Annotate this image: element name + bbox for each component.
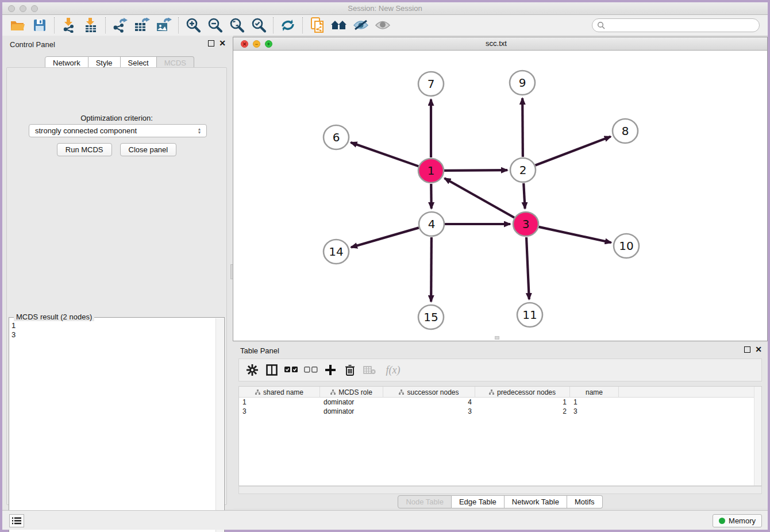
- column-header-predecessor-nodes[interactable]: predecessor nodes: [475, 387, 570, 398]
- table-cell[interactable]: dominator: [320, 398, 383, 407]
- table-vertical-scrollbar[interactable]: [754, 387, 761, 485]
- export-table-icon[interactable]: [132, 17, 152, 34]
- table-cell[interactable]: dominator: [320, 407, 383, 416]
- graph-node-14[interactable]: 14: [324, 240, 349, 264]
- table-settings-icon[interactable]: [244, 362, 261, 378]
- combo-stepper-icon: ▲▼: [195, 126, 204, 136]
- svg-text:9: 9: [519, 76, 526, 90]
- open-session-icon[interactable]: [8, 17, 28, 34]
- import-table-icon[interactable]: [81, 17, 101, 34]
- zoom-out-icon[interactable]: [205, 17, 225, 34]
- search-input[interactable]: [605, 21, 749, 30]
- optimization-criterion-value: strongly connected component: [35, 126, 137, 135]
- column-header-MCDS-role[interactable]: MCDS role: [320, 387, 383, 398]
- table-tab-node-table[interactable]: Node Table: [398, 495, 452, 508]
- select-all-columns-icon[interactable]: [283, 362, 300, 378]
- search-box[interactable]: [592, 18, 760, 32]
- create-column-icon[interactable]: [322, 362, 339, 378]
- edge-4-14[interactable]: [351, 228, 419, 247]
- edge-3-10[interactable]: [538, 227, 611, 242]
- svg-text:8: 8: [622, 124, 629, 138]
- graph-node-15[interactable]: 15: [418, 305, 444, 329]
- result-scrollbar[interactable]: [215, 318, 224, 532]
- graph-node-2[interactable]: 2: [510, 158, 536, 182]
- float-panel-icon[interactable]: [208, 40, 214, 47]
- optimization-criterion-select[interactable]: strongly connected component ▲▼: [29, 124, 207, 137]
- network-canvas[interactable]: 7968124314101511: [233, 51, 767, 341]
- table-tab-edge-table[interactable]: Edge Table: [452, 495, 505, 508]
- save-session-icon[interactable]: [30, 17, 49, 34]
- table-cell[interactable]: 1: [570, 398, 619, 407]
- first-neighbors-icon[interactable]: [329, 17, 349, 34]
- edge-2-9[interactable]: [522, 98, 523, 157]
- task-history-button[interactable]: [9, 514, 24, 527]
- edge-3-1[interactable]: [445, 178, 514, 217]
- export-network-icon[interactable]: [110, 17, 130, 34]
- float-table-panel-icon[interactable]: [744, 346, 750, 353]
- table-cell[interactable]: 1: [475, 398, 570, 407]
- graph-node-11[interactable]: 11: [517, 303, 542, 327]
- edge-1-2[interactable]: [444, 170, 507, 171]
- close-panel-icon[interactable]: ✕: [219, 40, 226, 47]
- table-cell[interactable]: 3: [383, 407, 475, 416]
- svg-text:11: 11: [522, 308, 537, 322]
- table-row[interactable]: 1dominator411: [239, 398, 761, 407]
- run-mcds-button[interactable]: Run MCDS: [57, 143, 112, 156]
- graph-node-8[interactable]: 8: [613, 119, 638, 143]
- graph-node-6[interactable]: 6: [324, 125, 349, 149]
- graph-node-7[interactable]: 7: [418, 72, 444, 96]
- optimization-criterion-label: Optimization criterion:: [7, 114, 226, 122]
- edge-4-15[interactable]: [431, 237, 432, 302]
- hide-selected-icon[interactable]: [351, 17, 371, 34]
- network-graph[interactable]: 7968124314101511: [233, 51, 767, 341]
- edge-2-3[interactable]: [523, 183, 525, 209]
- table-cell[interactable]: 1: [239, 398, 320, 407]
- show-columns-icon[interactable]: [263, 362, 280, 378]
- zoom-selected-icon[interactable]: [249, 17, 268, 34]
- edge-3-11[interactable]: [526, 237, 529, 299]
- canvas-scrollbar-thumb[interactable]: [495, 336, 499, 340]
- zoom-fit-icon[interactable]: [227, 17, 247, 34]
- graph-node-9[interactable]: 9: [510, 71, 535, 95]
- window-title: Session: New Session: [2, 4, 768, 13]
- toolbar-separator: [54, 17, 55, 33]
- table-cell[interactable]: 3: [239, 407, 320, 416]
- table-horizontal-scrollbar[interactable]: [238, 486, 762, 494]
- close-table-panel-icon[interactable]: ✕: [755, 346, 762, 353]
- toolbar-separator: [302, 17, 303, 33]
- table-cell[interactable]: 2: [475, 407, 570, 416]
- zoom-in-icon[interactable]: [183, 17, 203, 34]
- search-icon: [597, 21, 605, 29]
- new-network-from-selection-icon[interactable]: [307, 17, 327, 34]
- graph-node-10[interactable]: 10: [614, 234, 639, 258]
- mcds-result-text[interactable]: 1 3: [11, 321, 16, 340]
- import-network-icon[interactable]: [59, 17, 79, 34]
- export-image-icon[interactable]: [154, 17, 174, 34]
- table-tab-network-table[interactable]: Network Table: [505, 495, 567, 508]
- column-header-shared-name[interactable]: shared name: [239, 387, 320, 398]
- svg-text:7: 7: [428, 77, 435, 91]
- table-header-row: shared nameMCDS rolesuccessor nodesprede…: [239, 387, 761, 398]
- column-header-name[interactable]: name: [570, 387, 619, 398]
- table-row[interactable]: 3dominator323: [239, 407, 761, 416]
- node-table[interactable]: shared nameMCDS rolesuccessor nodesprede…: [238, 386, 762, 486]
- table-cell[interactable]: 3: [570, 407, 619, 416]
- control-panel: Control Panel ✕ NetworkStyleSelectMCDS O…: [2, 36, 232, 509]
- edge-1-6[interactable]: [351, 142, 418, 166]
- network-window-titlebar[interactable]: ✕ − + scc.txt: [233, 37, 767, 51]
- table-cell[interactable]: 4: [383, 398, 475, 407]
- memory-button[interactable]: Memory: [713, 514, 762, 527]
- edge-2-8[interactable]: [535, 137, 610, 165]
- delete-columns-icon[interactable]: [341, 362, 359, 378]
- show-all-icon[interactable]: [373, 17, 392, 34]
- close-panel-button[interactable]: Close panel: [120, 143, 177, 156]
- svg-text:1: 1: [428, 164, 435, 178]
- deselect-all-columns-icon[interactable]: [302, 362, 319, 378]
- graph-node-3[interactable]: 3: [513, 212, 538, 236]
- apply-layout-icon[interactable]: [278, 17, 298, 34]
- table-tab-motifs[interactable]: Motifs: [567, 495, 603, 508]
- graph-node-4[interactable]: 4: [419, 212, 444, 236]
- graph-node-1[interactable]: 1: [418, 159, 444, 183]
- list-icon: [12, 517, 21, 525]
- column-header-successor-nodes[interactable]: successor nodes: [383, 387, 475, 398]
